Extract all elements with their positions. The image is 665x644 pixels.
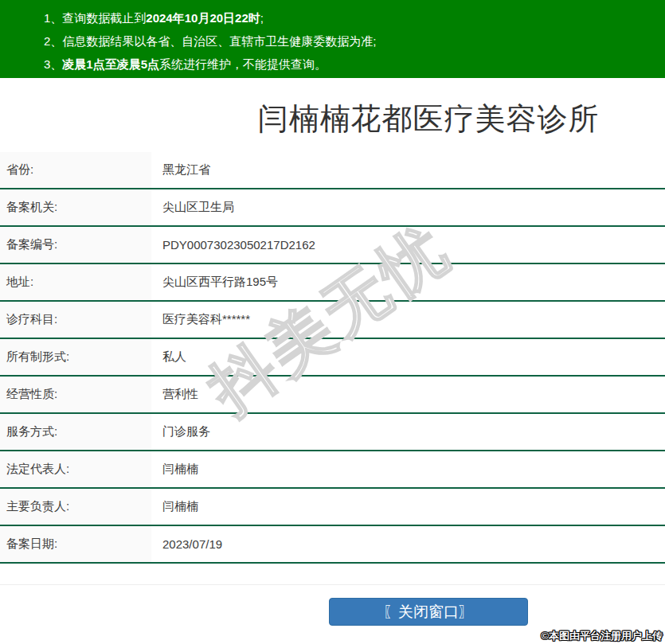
close-window-button[interactable]: 〖关闭窗口〗: [329, 598, 528, 626]
row-label: 省份:: [0, 152, 151, 188]
table-row: 法定代表人: 闫楠楠: [0, 451, 665, 489]
row-value: 门诊服务: [151, 424, 210, 439]
notice-text: 1、查询数据截止到: [44, 11, 146, 25]
table-row: 备案机关: 尖山区卫生局: [0, 189, 665, 227]
notice-text: 2、信息数据结果以各省、自治区、直辖市卫生健康委数据为准;: [44, 34, 377, 48]
row-label: 地址:: [0, 264, 151, 300]
table-row: 省份: 黑龙江省: [0, 152, 665, 189]
row-value: 医疗美容科******: [151, 312, 250, 327]
notice-text-bold: 凌晨1点至凌晨5点: [62, 57, 159, 71]
row-label: 经营性质:: [0, 377, 151, 412]
table-row: 地址: 尖山区西平行路195号: [0, 264, 665, 302]
table-row: 诊疗科目: 医疗美容科******: [0, 302, 665, 339]
notice-text-bold: 2024年10月20日22时: [146, 11, 260, 25]
row-value: 私人: [151, 349, 186, 365]
title-wrap: 闫楠楠花都医疗美容诊所: [0, 78, 665, 152]
row-value: 闫楠楠: [151, 462, 198, 477]
footer-divider: [0, 584, 665, 585]
footer-area: 〖关闭窗口〗: [0, 584, 665, 626]
row-value: PDY00073023050217D2162: [151, 238, 315, 252]
notice-text: 系统进行维护，不能提供查询。: [159, 57, 327, 71]
table-row: 经营性质: 营利性: [0, 377, 665, 414]
notice-text: 3、: [44, 57, 62, 71]
row-label: 诊疗科目:: [0, 302, 151, 338]
row-label: 所有制形式:: [0, 339, 151, 375]
upload-credit-text: ©本图由平台注册用户上传: [541, 629, 663, 643]
row-value: 2023/07/19: [151, 537, 222, 551]
result-content: 闫楠楠花都医疗美容诊所 省份: 黑龙江省 备案机关: 尖山区卫生局 备案编号: …: [0, 78, 665, 626]
row-value: 营利性: [151, 387, 198, 402]
row-label: 备案编号:: [0, 227, 151, 263]
row-label: 备案机关:: [0, 189, 151, 225]
notice-line-3: 3、凌晨1点至凌晨5点系统进行维护，不能提供查询。: [44, 53, 665, 76]
row-value: 尖山区卫生局: [151, 200, 234, 215]
table-row: 备案日期: 2023/07/19: [0, 526, 665, 564]
notice-line-2: 2、信息数据结果以各省、自治区、直辖市卫生健康委数据为准;: [44, 29, 665, 53]
row-label: 服务方式:: [0, 414, 151, 450]
row-label: 备案日期:: [0, 526, 151, 562]
table-row: 服务方式: 门诊服务: [0, 414, 665, 451]
record-table: 省份: 黑龙江省 备案机关: 尖山区卫生局 备案编号: PDY000730230…: [0, 152, 665, 564]
table-row: 备案编号: PDY00073023050217D2162: [0, 227, 665, 264]
notice-text: ;: [260, 11, 264, 25]
row-value: 闫楠楠: [151, 499, 198, 514]
row-label: 法定代表人:: [0, 451, 151, 487]
table-row: 所有制形式: 私人: [0, 339, 665, 377]
row-value: 尖山区西平行路195号: [151, 275, 278, 290]
table-row: 主要负责人: 闫楠楠: [0, 489, 665, 526]
button-wrap: 〖关闭窗口〗: [0, 598, 665, 626]
notice-line-1: 1、查询数据截止到2024年10月20日22时;: [44, 6, 665, 29]
row-value: 黑龙江省: [151, 162, 210, 178]
row-label: 主要负责人:: [0, 489, 151, 525]
notice-banner: 1、查询数据截止到2024年10月20日22时; 2、信息数据结果以各省、自治区…: [0, 0, 665, 78]
page-title: 闫楠楠花都医疗美容诊所: [258, 99, 600, 139]
